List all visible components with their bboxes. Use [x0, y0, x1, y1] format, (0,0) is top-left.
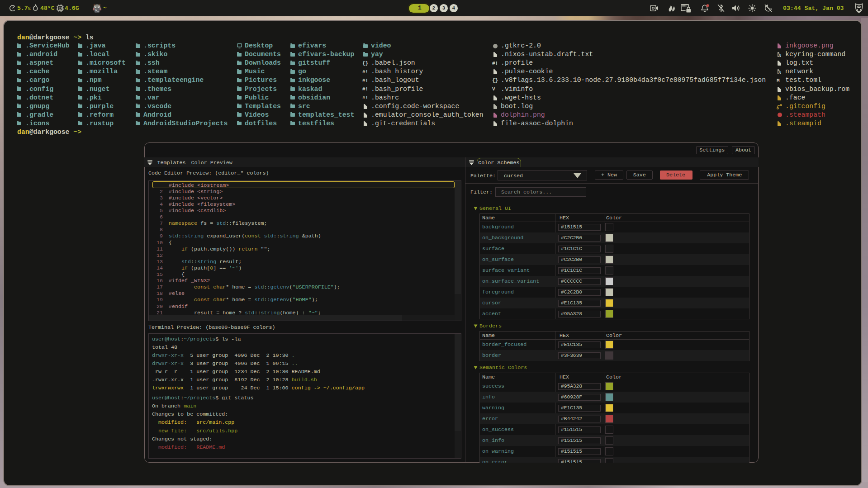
svg-text:>_: >_ — [95, 9, 99, 12]
